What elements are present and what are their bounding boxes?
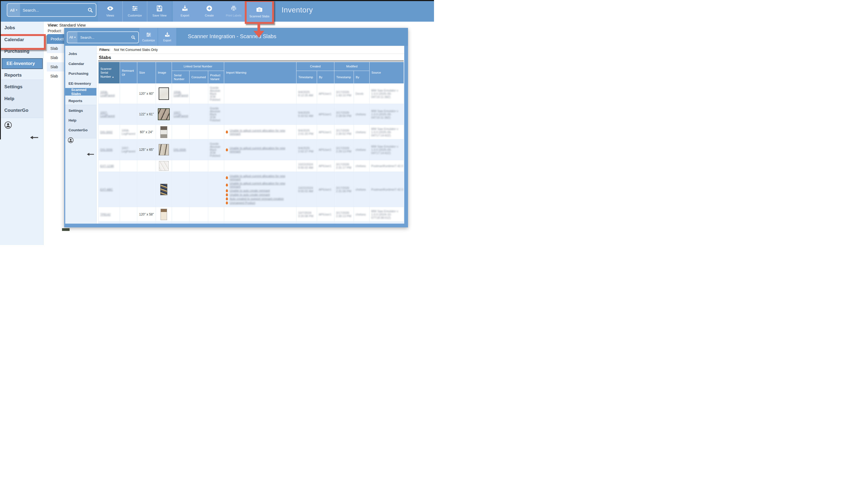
customize-button[interactable]: Customize (122, 0, 147, 22)
overlay-search-input[interactable] (78, 32, 128, 43)
linked-serial-link[interactable]: 100A-LeafParent (174, 90, 188, 97)
cell-modified-timestamp: 3/17/2026 2:31:17 PM (334, 160, 354, 172)
view-value[interactable]: Standard View (59, 23, 86, 27)
cell-remnant-of (120, 207, 137, 222)
column-header-modified-timestamp[interactable]: Timestamp (334, 71, 354, 84)
column-header-scanner-serial-number[interactable]: Scanner Serial Number ▲ (98, 62, 120, 84)
search-scope-dropdown[interactable]: All ▾ (7, 4, 20, 16)
created-timestamp-value: 10/22/2024 9:55:02 AM (298, 163, 313, 169)
scanner-serial-link[interactable]: EXT-ABC (100, 188, 113, 191)
cell-image (156, 222, 172, 224)
cell-image (156, 84, 172, 104)
download-icon (181, 5, 188, 12)
import-warning-link[interactable]: Unable to adjust current allocation for … (229, 129, 294, 135)
scanned-slabs-button[interactable]: Scanned Slabs (247, 2, 272, 22)
sidebar-item-settings[interactable]: Settings (0, 82, 43, 92)
import-warning-item: Unable to adjust current allocation for … (226, 147, 294, 153)
horizontal-scrollbar[interactable] (64, 224, 408, 227)
cell-consumed (189, 140, 208, 160)
scanner-serial-link[interactable]: DIS.0006 (100, 148, 113, 151)
cell-remnant-of (120, 222, 137, 224)
sidebar-item-reports[interactable]: Reports (0, 70, 43, 81)
vertical-scrollbar[interactable] (404, 46, 408, 227)
overlay-sidebar-item-settings[interactable]: Settings (65, 106, 96, 115)
import-warning-link[interactable]: Auto created to support remnant creation (229, 197, 284, 200)
overlay-search-scope-dropdown[interactable]: All ▾ (67, 32, 78, 43)
import-warning-link[interactable]: Unable to adjust current allocation for … (229, 174, 294, 181)
column-header-size[interactable]: Size (137, 62, 156, 84)
overlay-sidebar-item-countergo[interactable]: CounterGo (65, 126, 96, 134)
column-header-remnant-of[interactable]: Remnant Of (120, 62, 137, 84)
cell-image (156, 207, 172, 222)
column-header-created-timestamp[interactable]: Timestamp (297, 71, 317, 84)
scanner-serial-link[interactable]: DIS.0002 (100, 130, 113, 134)
column-header-source[interactable]: Source (370, 62, 404, 84)
import-warning-link[interactable]: Unable to adjust current allocation for … (229, 147, 294, 153)
scanner-serial-link[interactable]: 100A-LeafParent (100, 90, 115, 97)
overlay-sidebar-item-scanned-slabs[interactable]: Scanned Slabs (65, 88, 96, 96)
sidebar-item-purchasing[interactable]: Purchasing (0, 46, 43, 57)
collapse-sidebar-arrow-icon[interactable] (28, 135, 39, 140)
slab-thumbnail-warehouse-photo[interactable] (160, 126, 167, 138)
views-button[interactable]: Views (98, 0, 122, 22)
collapse-sidebar-arrow-icon[interactable] (85, 152, 95, 156)
cell-size: 60" x 24" (137, 125, 156, 140)
import-warning-link[interactable]: Unable to auto create remnant (229, 193, 270, 196)
linked-serial-link[interactable]: DIS.0006 (174, 148, 186, 151)
cell-modified-by: chelsea (354, 207, 370, 222)
scanner-serial-link[interactable]: EXT-123R (100, 164, 114, 167)
sidebar-item-calendar[interactable]: Calendar (0, 35, 43, 45)
sidebar-item-jobs[interactable]: Jobs (0, 23, 43, 33)
cell-size: 122" x 61" (137, 104, 156, 125)
filters-value[interactable]: Not Yet Consumed Slabs Only (114, 48, 158, 52)
column-header-linked-serial[interactable]: Serial Number (172, 71, 189, 84)
slab-thumbnail-dark-veined[interactable] (158, 108, 170, 120)
slab-thumbnail-cream-stone[interactable] (160, 209, 167, 220)
overlay-customize-button[interactable]: Customize (140, 28, 158, 46)
slab-thumbnail-beige-veined[interactable] (159, 144, 169, 155)
slab-thumbnail-multicolor-stone[interactable] (160, 184, 167, 195)
overlay-sidebar-item-purchasing[interactable]: Purchasing (65, 69, 96, 78)
overlay-sidebar-item-ee-inventory[interactable]: EE-Inventory (65, 79, 96, 87)
slab-thumbnail-light-marble[interactable] (159, 161, 169, 171)
toolbar-action-group: ExportCreatePrint Labels (173, 0, 246, 22)
sidebar-item-help[interactable]: Help (0, 94, 43, 104)
cell-size (137, 160, 156, 172)
column-header-image[interactable]: Image (156, 62, 172, 84)
cell-created-timestamp: 10/7/2024 3:20:08 PM (297, 207, 317, 222)
sidebar-item-countergo[interactable]: CounterGo (0, 105, 43, 116)
account-icon[interactable] (4, 121, 12, 129)
cell-consumed (189, 207, 208, 222)
column-header-product-variant[interactable]: Product Variant (208, 71, 224, 84)
import-warning-link[interactable]: Unmapped Product (229, 201, 255, 205)
cell-product-variant: Granite Absolute Black 3CM Polished (208, 140, 224, 160)
scanned-slabs-highlight-box: Scanned Slabs (245, 0, 274, 24)
cell-linked-serial: DIS.0006 (172, 140, 189, 160)
sidebar-item-ee-inventory[interactable]: EE-Inventory (2, 58, 43, 69)
import-warning-link[interactable]: Unable to auto create remnant (229, 189, 270, 192)
modified-by-value: chelsea (355, 113, 366, 116)
account-icon[interactable] (68, 137, 74, 143)
slab-thumbnail-white-marble[interactable] (159, 87, 169, 100)
search-icon[interactable] (85, 4, 96, 16)
linked-serial-link[interactable]: 1007-LeafParent (174, 111, 188, 118)
column-header-import-warning[interactable]: Import Warning (224, 62, 297, 84)
column-header-created-by[interactable]: By (317, 71, 334, 84)
search-icon[interactable] (128, 32, 138, 43)
export-button[interactable]: Export (173, 0, 197, 22)
scanner-serial-link[interactable]: TP8142 (100, 213, 111, 216)
column-header-modified-by[interactable]: By (354, 71, 370, 84)
scanner-serial-link[interactable]: 1007-LeafParent (100, 111, 115, 118)
import-warning-link[interactable]: Unable to adjust current allocation for … (229, 182, 294, 188)
create-button[interactable]: Create (197, 0, 221, 22)
overlay-sidebar-item-reports[interactable]: Reports (65, 97, 96, 105)
cell-modified-by: chelsea (354, 125, 370, 140)
save-view-button[interactable]: Save View (147, 0, 172, 22)
created-by-value: APIUser1 (319, 130, 331, 134)
overlay-sidebar-item-jobs[interactable]: Jobs (65, 50, 96, 58)
column-header-consumed[interactable]: Consumed (189, 71, 208, 84)
overlay-sidebar-item-calendar[interactable]: Calendar (65, 60, 96, 68)
overlay-sidebar-item-help[interactable]: Help (65, 116, 96, 124)
search-input[interactable] (20, 4, 85, 16)
cell-created-by: APIUser1 (317, 222, 334, 224)
